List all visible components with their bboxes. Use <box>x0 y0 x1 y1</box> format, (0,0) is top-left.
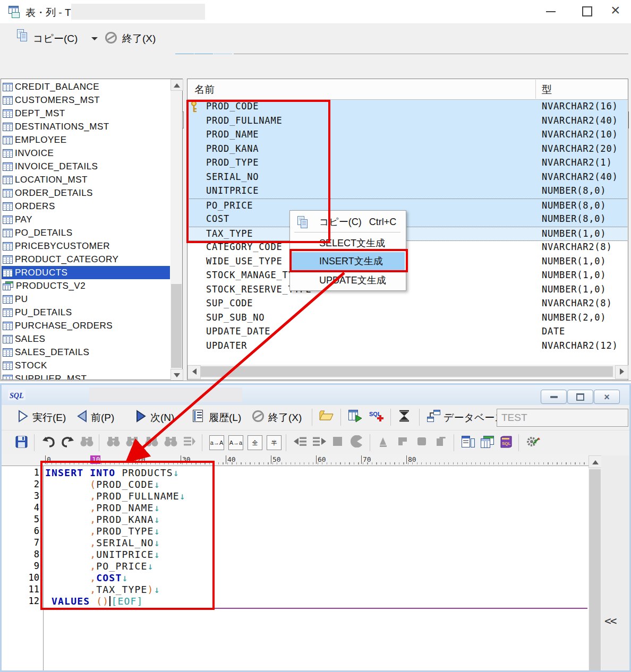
collapse-panel-button[interactable]: << <box>604 615 616 627</box>
grep-icon[interactable] <box>183 435 196 450</box>
scrollbar-thumb[interactable] <box>171 284 182 368</box>
save-icon[interactable] <box>15 435 28 451</box>
maximize-button[interactable] <box>582 6 592 16</box>
find-prev-icon[interactable] <box>125 435 140 450</box>
minimize-button[interactable] <box>546 11 556 12</box>
scroll-down-button[interactable] <box>170 369 183 381</box>
upper-to-lower-button[interactable]: A→a <box>228 435 243 450</box>
comment-icon[interactable] <box>377 435 390 450</box>
table-row[interactable]: PROD_FULLNAMENVARCHAR2(40) <box>187 114 627 128</box>
table-list-item[interactable]: PRODUCTS_V2 <box>2 279 170 292</box>
table-list-item[interactable]: PAY <box>2 213 170 226</box>
editor-scrollbar-thumb[interactable] <box>589 469 601 670</box>
title-bar[interactable]: 表・列 - TEST × <box>0 0 631 23</box>
stop-icon[interactable] <box>331 435 344 450</box>
sql-exit-button[interactable]: 終了(X) <box>268 411 302 425</box>
prev-button[interactable]: 前(P) <box>91 411 114 425</box>
hscrollbar-thumb[interactable] <box>201 366 613 377</box>
table-row[interactable]: PROD_KANANVARCHAR2(20) <box>187 142 627 157</box>
exit-button[interactable]: 終了(X) <box>122 32 156 46</box>
break-icon[interactable] <box>351 435 364 450</box>
table-list-item[interactable]: PU_DETAILS <box>2 306 170 319</box>
paste-format-icon[interactable] <box>434 435 448 450</box>
close-button[interactable]: × <box>611 1 620 19</box>
table-list-item[interactable]: PU <box>2 292 170 306</box>
table-list-item[interactable]: CUSTOMERS_MST <box>2 93 170 107</box>
menu-item-insert[interactable]: INSERT文生成 <box>291 252 405 270</box>
table-list-item[interactable]: ORDERS <box>2 200 170 213</box>
scroll-up-button[interactable] <box>170 79 183 91</box>
copy-dropdown-arrow[interactable] <box>91 37 98 44</box>
table-row[interactable]: COSTNUMBER(8,0) <box>187 212 627 227</box>
table-list-item[interactable]: PO_DETAILS <box>2 226 170 239</box>
type-column-header[interactable]: 型 <box>542 83 552 97</box>
table-list-item[interactable]: STOCK <box>2 359 170 372</box>
table-list-item[interactable]: PURCHASE_ORDERS <box>2 319 170 332</box>
new-sql-icon[interactable]: SQL <box>369 409 385 425</box>
find-next-icon[interactable] <box>106 435 121 450</box>
table-list-item[interactable]: DEPT_MST <box>2 107 170 120</box>
table-row[interactable]: SUP_SUB_NONUMBER(2,0) <box>187 311 627 325</box>
replace-icon[interactable] <box>164 435 178 450</box>
table-row[interactable]: STOCK_RESERVE_TYPENUMBER(1,0) <box>187 283 627 297</box>
table-list-item[interactable]: PRICEBYCUSTOMER <box>2 239 170 253</box>
table-row[interactable]: CATEGORY_CODENVARCHAR2(8) <box>187 240 627 255</box>
table-list-item[interactable]: SALES_DETAILS <box>2 346 170 359</box>
collapse-result-icon[interactable] <box>398 409 411 425</box>
table-list-item[interactable]: EMPLOYEE <box>2 133 170 147</box>
table-row[interactable]: TAX_TYPENUMBER(1,0) <box>187 227 627 241</box>
sql-close-button[interactable]: × <box>594 390 620 404</box>
uncomment-icon[interactable] <box>396 435 410 450</box>
table-list-item[interactable]: DESTINATIONS_MST <box>2 120 170 133</box>
indent-icon[interactable] <box>293 435 308 450</box>
open-file-icon[interactable] <box>319 409 334 424</box>
table-list-item[interactable]: INVOICE_DETAILS <box>2 160 170 173</box>
redo-icon[interactable] <box>61 435 75 451</box>
copy-format-icon[interactable] <box>415 435 429 450</box>
table-row[interactable]: STOCK_MANAGE_TYPENUMBER(1,0) <box>187 269 627 283</box>
table-list-item[interactable]: INVOICE <box>2 147 170 160</box>
outdent-icon[interactable] <box>312 435 327 450</box>
database-combobox[interactable]: TEST <box>497 409 628 427</box>
hankaku-button[interactable]: 半 <box>267 435 282 450</box>
table-row[interactable]: WIDE_USE_TYPENUMBER(1,0) <box>187 255 627 269</box>
menu-item-copy[interactable]: コピー(C)Ctrl+C <box>291 213 405 231</box>
run-button[interactable]: 実行(E) <box>32 411 66 425</box>
next-button[interactable]: 次(N) <box>150 411 174 425</box>
table-row[interactable]: PROD_TYPENVARCHAR2(1) <box>187 156 627 170</box>
db-connect-icon[interactable] <box>427 409 441 425</box>
table-list-item[interactable]: SALES <box>2 332 170 346</box>
sql-minimize-button[interactable] <box>541 390 567 404</box>
table-run-icon[interactable] <box>348 409 362 425</box>
table-row[interactable]: PO_PRICENUMBER(8,0) <box>187 199 627 213</box>
table-list-item[interactable]: ORDER_DETAILS <box>2 186 170 200</box>
undo-icon[interactable] <box>41 435 56 451</box>
scroll-left-button[interactable] <box>187 365 201 379</box>
menu-item-select[interactable]: SELECT文生成 <box>291 234 405 252</box>
table-list-item[interactable]: PRODUCTS <box>2 266 170 279</box>
editor-scroll-up-button[interactable] <box>589 455 602 468</box>
table-row[interactable]: UNITPRICENUMBER(8,0) <box>187 184 627 199</box>
column-divider[interactable] <box>535 80 536 99</box>
sql-book-icon[interactable]: SQL <box>499 435 514 451</box>
copy-button[interactable]: コピー(C) <box>33 32 78 46</box>
table-row[interactable]: UPDATERNVARCHAR2(12) <box>187 339 627 354</box>
lower-to-upper-button[interactable]: a→A <box>209 435 224 450</box>
settings-icon[interactable] <box>526 435 540 451</box>
sql-restore-button[interactable] <box>567 390 593 404</box>
scroll-right-button[interactable] <box>615 365 628 379</box>
menu-item-update[interactable]: UPDATE文生成 <box>291 271 405 289</box>
table-list-item[interactable]: CREDIT_BALANCE <box>2 80 170 93</box>
zenkaku-button[interactable]: 全 <box>248 435 262 450</box>
table-list-item[interactable]: PRODUCT_CATEGORY <box>2 253 170 266</box>
object-list-icon[interactable] <box>461 435 475 451</box>
find-files-icon[interactable] <box>144 435 159 450</box>
history-button[interactable]: 履歴(L) <box>209 411 241 425</box>
find-icon[interactable] <box>80 435 94 450</box>
table-row[interactable]: PROD_CODENVARCHAR2(16) <box>187 100 627 114</box>
name-column-header[interactable]: 名前 <box>194 83 215 97</box>
table-row[interactable]: PROD_NAMENVARCHAR2(10) <box>187 128 627 142</box>
table-list-item[interactable]: LOCATION_MST <box>2 173 170 186</box>
table-row[interactable]: SUP_CODENVARCHAR2(8) <box>187 297 627 311</box>
table-row[interactable]: SERIAL_NONVARCHAR2(40) <box>187 170 627 185</box>
